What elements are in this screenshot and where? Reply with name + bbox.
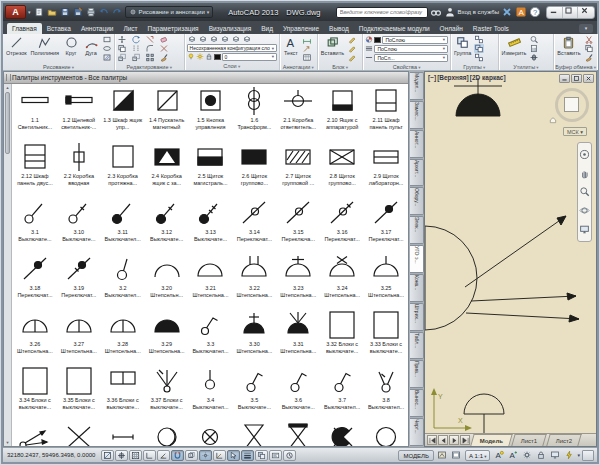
palette-item-3.6[interactable]: 3.6 Выключате... [276, 364, 320, 420]
palette-tab-Прив...[interactable]: Прив... [410, 360, 424, 388]
layer-color-swatch[interactable] [214, 54, 221, 60]
ribbon-tab-Онлайн[interactable]: Онлайн [435, 23, 468, 34]
measure-button[interactable]: Измерить [501, 35, 528, 62]
maximize-button[interactable] [563, 7, 578, 18]
palette-item-3.2[interactable]: 3.2 Выключател... [101, 252, 145, 308]
palette-item-3.23[interactable]: 3.23 Штепсельна... [276, 252, 320, 308]
palette-item[interactable] [364, 420, 408, 446]
ribbon-tab-Визуализация[interactable]: Визуализация [204, 23, 257, 34]
doc-minimize-button[interactable] [559, 74, 570, 83]
cut-icon[interactable] [584, 35, 594, 44]
ellipse-tool-icon[interactable] [102, 44, 112, 53]
layer-freeze-icon[interactable] [220, 35, 230, 44]
polyline-button[interactable]: Полилиния [30, 35, 60, 62]
palette-item-3.10[interactable]: 3.10 Выключате... [57, 196, 101, 252]
save-as-icon[interactable] [72, 6, 84, 18]
model-space-icon[interactable] [436, 450, 449, 461]
palette-item[interactable] [232, 420, 276, 446]
palette-item-3.25[interactable]: 3.25 Штепсельна... [364, 252, 408, 308]
stretch-icon[interactable] [117, 53, 127, 62]
search-input[interactable] [336, 7, 428, 18]
palette-item-3.5[interactable]: 3.5 Выключате... [232, 364, 276, 420]
layer-lock-icon[interactable] [231, 35, 241, 44]
palette-item-3.28[interactable]: 3.28 Штепсельна... [101, 308, 145, 364]
annotation-scale-dropdown[interactable]: А 1:1 [465, 450, 491, 461]
showmotion-icon[interactable] [579, 224, 590, 235]
palette-item-3.36[interactable]: 3.36 Блоки с выключате... [101, 364, 145, 420]
palette-item[interactable] [276, 420, 320, 446]
palette-item-3.12[interactable]: 3.12 Выключате... [145, 196, 189, 252]
palette-item-2.6[interactable]: 2.6 Щиток группово... [232, 140, 276, 196]
viewport-menu-control[interactable]: [−] [428, 74, 436, 81]
palette-item-3.1[interactable]: 3.1 Выключате... [13, 196, 57, 252]
palette-item-3.33[interactable]: 3.33 Блоки с выключате... [364, 308, 408, 364]
workspace-switch-icon[interactable] [520, 450, 533, 461]
palette-item[interactable] [13, 420, 57, 446]
transparency-icon[interactable] [255, 450, 268, 461]
layout-tab-Модель[interactable]: Модель [470, 434, 513, 446]
search-icon[interactable] [430, 6, 442, 18]
palette-tab-Черт...[interactable]: Черт... [410, 418, 424, 446]
insert-block-button[interactable]: Вставить [320, 35, 345, 62]
status-menu-icon[interactable] [562, 450, 575, 461]
palette-item-3.27[interactable]: 3.27 Штепсельна... [57, 308, 101, 364]
palette-item-3.22[interactable]: 3.22 Штепсельна... [232, 252, 276, 308]
view-control[interactable]: [Верхняя] [437, 74, 469, 81]
palette-item-3.34[interactable]: 3.34 Блоки с выключате... [13, 364, 57, 420]
viewcube[interactable] [555, 88, 589, 122]
palette-item[interactable] [57, 420, 101, 446]
palette-item-2.12[interactable]: 2.12 Шкаф панель двус... [13, 140, 57, 196]
palette-item-1.5[interactable]: 1.5 Кнопка управления [189, 84, 233, 140]
next-layout-button[interactable] [449, 435, 459, 445]
layer-thaw-sun-icon[interactable] [196, 52, 204, 61]
palette-item-2.1[interactable]: 2.1 Коробка ответвитель... [276, 84, 320, 140]
quick-properties-icon[interactable] [269, 450, 282, 461]
palette-item-3.31[interactable]: 3.31 Штепсельна... [276, 308, 320, 364]
zoom-icon[interactable] [579, 186, 590, 197]
signin-label[interactable]: Вход в службы [458, 9, 500, 15]
palette-tab-Вынос...[interactable]: Вынос... [410, 389, 424, 417]
ribbon-tab-Вывод[interactable]: Вывод [324, 23, 354, 34]
ribbon-minimize-button[interactable]: ▾ [579, 24, 593, 33]
block-editor-icon[interactable] [347, 53, 357, 62]
application-menu-button[interactable]: A [5, 5, 26, 19]
array-icon[interactable] [145, 53, 155, 62]
palette-item-3.24[interactable]: 3.24 Штепсельна... [320, 252, 364, 308]
hardware-accel-icon[interactable] [548, 450, 561, 461]
layer-match-icon[interactable] [242, 35, 252, 44]
palette-item-3.7[interactable]: 3.7 Выключател... [320, 364, 364, 420]
rotate-icon[interactable] [131, 35, 141, 44]
ortho-icon[interactable] [143, 450, 156, 461]
ribbon-tab-Параметризация[interactable]: Параметризация [143, 23, 204, 34]
palette-item[interactable] [189, 420, 233, 446]
dimension-icon[interactable] [302, 35, 312, 44]
copy-icon[interactable] [117, 44, 127, 53]
palette-titlebar[interactable]: Палитры инструментов - Все палитры [4, 72, 408, 84]
layout-tab-Лист2[interactable]: Лист2 [546, 434, 582, 446]
prev-layout-button[interactable] [438, 435, 448, 445]
hatch-tool-icon[interactable] [102, 53, 112, 62]
palette-item-3.8[interactable]: 3.8 Выключател... [364, 364, 408, 420]
autodesk360-icon[interactable]: A [515, 6, 527, 18]
arc-button[interactable]: Дуга [82, 35, 100, 62]
viewcube-home-icon[interactable] [549, 116, 557, 124]
palette-item-3.32[interactable]: 3.32 Блоки с выключате... [320, 308, 364, 364]
palette-item-3.13[interactable]: 3.13 Выключате... [189, 196, 233, 252]
viewcube-ucs-menu[interactable]: МСК ▾ [563, 127, 587, 136]
copy-clip-icon[interactable] [584, 44, 594, 53]
layer-off-icon[interactable] [198, 35, 208, 44]
plot-icon[interactable] [85, 6, 97, 18]
linetype-dropdown[interactable]: ПоСл...▾ [374, 54, 447, 62]
palette-tab-Табл...[interactable]: Табл... [410, 332, 424, 360]
drawn-ceiling-lamp-filled-dome[interactable] [454, 78, 502, 116]
ribbon-tab-Главная[interactable]: Главная [7, 23, 42, 34]
last-layout-button[interactable] [460, 435, 470, 445]
palette-tab-Замес...[interactable]: Замес... [410, 101, 424, 129]
circle-button[interactable]: Круг [62, 35, 80, 62]
palette-item-3.18[interactable]: 3.18 Переключат... [13, 252, 57, 308]
dyn-icon[interactable] [227, 450, 240, 461]
undo-icon[interactable] [98, 6, 110, 18]
user-icon[interactable] [444, 6, 456, 18]
palette-tab-Обору...[interactable]: Обору... [410, 187, 424, 215]
palette-tab-Элек...[interactable]: Элек... [410, 216, 424, 244]
